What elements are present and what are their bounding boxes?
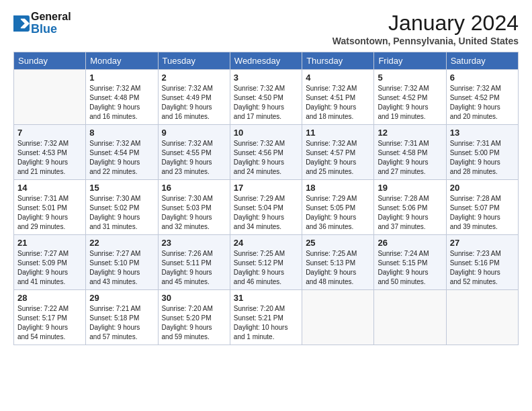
day-number: 30 [162,293,226,303]
day-number: 27 [450,238,515,248]
day-info: Sunrise: 7:32 AMSunset: 4:51 PMDaylight:… [306,84,370,122]
calendar-cell: 14Sunrise: 7:31 AMSunset: 5:01 PMDayligh… [14,180,86,235]
day-of-week-sunday: Sunday [14,52,86,70]
day-number: 25 [306,238,370,248]
day-info: Sunrise: 7:32 AMSunset: 4:52 PMDaylight:… [378,84,442,122]
day-number: 11 [306,128,370,138]
calendar-cell: 25Sunrise: 7:25 AMSunset: 5:13 PMDayligh… [302,235,374,290]
calendar-cell: 16Sunrise: 7:30 AMSunset: 5:03 PMDayligh… [158,180,230,235]
header: General Blue January 2024 Watsontown, Pe… [13,11,519,46]
day-of-week-thursday: Thursday [302,52,374,70]
calendar-cell: 27Sunrise: 7:23 AMSunset: 5:16 PMDayligh… [446,235,518,290]
day-info: Sunrise: 7:32 AMSunset: 4:54 PMDaylight:… [89,139,154,177]
day-of-week-monday: Monday [86,52,158,70]
day-number: 18 [306,183,370,193]
day-info: Sunrise: 7:30 AMSunset: 5:03 PMDaylight:… [162,194,226,232]
day-info: Sunrise: 7:32 AMSunset: 4:55 PMDaylight:… [162,139,226,177]
day-info: Sunrise: 7:27 AMSunset: 5:10 PMDaylight:… [89,249,154,287]
calendar-cell: 12Sunrise: 7:31 AMSunset: 4:58 PMDayligh… [374,125,446,180]
day-number: 1 [89,73,154,83]
day-number: 21 [17,238,82,248]
day-number: 8 [89,128,154,138]
day-info: Sunrise: 7:32 AMSunset: 4:53 PMDaylight:… [17,139,82,177]
calendar-cell [374,290,446,345]
day-info: Sunrise: 7:32 AMSunset: 4:56 PMDaylight:… [234,139,298,177]
day-info: Sunrise: 7:30 AMSunset: 5:02 PMDaylight:… [89,194,154,232]
calendar-header-row: SundayMondayTuesdayWednesdayThursdayFrid… [14,52,519,70]
calendar-cell: 28Sunrise: 7:22 AMSunset: 5:17 PMDayligh… [14,290,86,345]
day-info: Sunrise: 7:22 AMSunset: 5:17 PMDaylight:… [17,304,82,342]
day-number: 13 [450,128,515,138]
calendar-cell: 8Sunrise: 7:32 AMSunset: 4:54 PMDaylight… [86,125,158,180]
day-info: Sunrise: 7:32 AMSunset: 4:48 PMDaylight:… [89,84,154,122]
page: General Blue January 2024 Watsontown, Pe… [0,0,532,411]
day-of-week-wednesday: Wednesday [230,52,302,70]
calendar-cell: 31Sunrise: 7:20 AMSunset: 5:21 PMDayligh… [230,290,302,345]
calendar-week-4: 28Sunrise: 7:22 AMSunset: 5:17 PMDayligh… [14,290,519,345]
calendar-cell: 1Sunrise: 7:32 AMSunset: 4:48 PMDaylight… [86,70,158,125]
location: Watsontown, Pennsylvania, United States [332,36,519,46]
day-number: 5 [378,73,442,83]
day-info: Sunrise: 7:21 AMSunset: 5:18 PMDaylight:… [89,304,154,342]
calendar-cell: 7Sunrise: 7:32 AMSunset: 4:53 PMDaylight… [14,125,86,180]
day-info: Sunrise: 7:23 AMSunset: 5:16 PMDaylight:… [450,249,515,287]
calendar-cell: 17Sunrise: 7:29 AMSunset: 5:04 PMDayligh… [230,180,302,235]
calendar-table: SundayMondayTuesdayWednesdayThursdayFrid… [13,52,519,345]
day-number: 16 [162,183,226,193]
day-info: Sunrise: 7:31 AMSunset: 5:00 PMDaylight:… [450,139,515,177]
day-number: 15 [89,183,154,193]
day-number: 19 [378,183,442,193]
calendar-cell: 3Sunrise: 7:32 AMSunset: 4:50 PMDaylight… [230,70,302,125]
calendar-cell: 5Sunrise: 7:32 AMSunset: 4:52 PMDaylight… [374,70,446,125]
day-info: Sunrise: 7:32 AMSunset: 4:52 PMDaylight:… [450,84,515,122]
day-number: 31 [234,293,298,303]
day-info: Sunrise: 7:31 AMSunset: 5:01 PMDaylight:… [17,194,82,232]
calendar-week-0: 1Sunrise: 7:32 AMSunset: 4:48 PMDaylight… [14,70,519,125]
calendar-cell: 9Sunrise: 7:32 AMSunset: 4:55 PMDaylight… [158,125,230,180]
calendar-cell: 30Sunrise: 7:20 AMSunset: 5:20 PMDayligh… [158,290,230,345]
day-number: 12 [378,128,442,138]
calendar-cell: 10Sunrise: 7:32 AMSunset: 4:56 PMDayligh… [230,125,302,180]
calendar-cell: 22Sunrise: 7:27 AMSunset: 5:10 PMDayligh… [86,235,158,290]
day-info: Sunrise: 7:26 AMSunset: 5:11 PMDaylight:… [162,249,226,287]
day-number: 29 [89,293,154,303]
day-of-week-friday: Friday [374,52,446,70]
day-number: 2 [162,73,226,83]
calendar-week-2: 14Sunrise: 7:31 AMSunset: 5:01 PMDayligh… [14,180,519,235]
day-info: Sunrise: 7:31 AMSunset: 4:58 PMDaylight:… [378,139,442,177]
calendar-cell: 20Sunrise: 7:28 AMSunset: 5:07 PMDayligh… [446,180,518,235]
day-number: 10 [234,128,298,138]
logo-icon [13,15,30,32]
calendar-cell: 26Sunrise: 7:24 AMSunset: 5:15 PMDayligh… [374,235,446,290]
calendar-cell: 23Sunrise: 7:26 AMSunset: 5:11 PMDayligh… [158,235,230,290]
day-info: Sunrise: 7:25 AMSunset: 5:13 PMDaylight:… [306,249,370,287]
day-number: 14 [17,183,82,193]
title-block: January 2024 Watsontown, Pennsylvania, U… [332,11,519,46]
day-number: 17 [234,183,298,193]
calendar-week-3: 21Sunrise: 7:27 AMSunset: 5:09 PMDayligh… [14,235,519,290]
day-number: 9 [162,128,226,138]
day-number: 28 [17,293,82,303]
day-number: 20 [450,183,515,193]
day-number: 6 [450,73,515,83]
calendar-cell: 11Sunrise: 7:32 AMSunset: 4:57 PMDayligh… [302,125,374,180]
day-of-week-tuesday: Tuesday [158,52,230,70]
day-info: Sunrise: 7:29 AMSunset: 5:04 PMDaylight:… [234,194,298,232]
calendar-cell: 6Sunrise: 7:32 AMSunset: 4:52 PMDaylight… [446,70,518,125]
day-info: Sunrise: 7:32 AMSunset: 4:49 PMDaylight:… [162,84,226,122]
day-info: Sunrise: 7:27 AMSunset: 5:09 PMDaylight:… [17,249,82,287]
day-info: Sunrise: 7:32 AMSunset: 4:57 PMDaylight:… [306,139,370,177]
calendar-cell: 18Sunrise: 7:29 AMSunset: 5:05 PMDayligh… [302,180,374,235]
day-info: Sunrise: 7:20 AMSunset: 5:20 PMDaylight:… [162,304,226,342]
day-info: Sunrise: 7:32 AMSunset: 4:50 PMDaylight:… [234,84,298,122]
day-info: Sunrise: 7:29 AMSunset: 5:05 PMDaylight:… [306,194,370,232]
day-number: 26 [378,238,442,248]
day-info: Sunrise: 7:24 AMSunset: 5:15 PMDaylight:… [378,249,442,287]
day-info: Sunrise: 7:25 AMSunset: 5:12 PMDaylight:… [234,249,298,287]
calendar-cell: 21Sunrise: 7:27 AMSunset: 5:09 PMDayligh… [14,235,86,290]
calendar-cell [302,290,374,345]
logo-text: General Blue [31,11,71,36]
calendar-cell [446,290,518,345]
svg-rect-2 [13,15,21,32]
month-title: January 2024 [332,11,519,36]
